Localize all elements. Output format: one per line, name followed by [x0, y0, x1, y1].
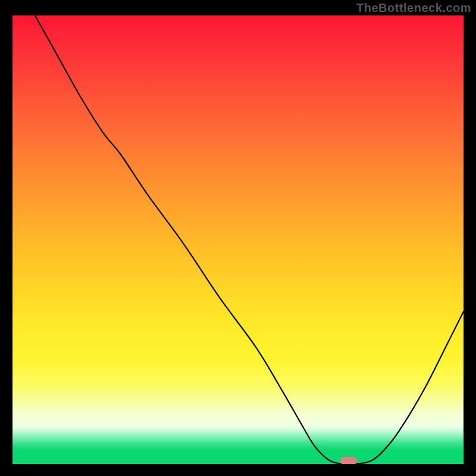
watermark-text: TheBottleneck.com [356, 1, 471, 15]
chart-frame: TheBottleneck.com [0, 0, 476, 476]
current-config-marker [340, 457, 357, 464]
plot-area [12, 15, 464, 464]
bottleneck-curve [12, 15, 464, 464]
